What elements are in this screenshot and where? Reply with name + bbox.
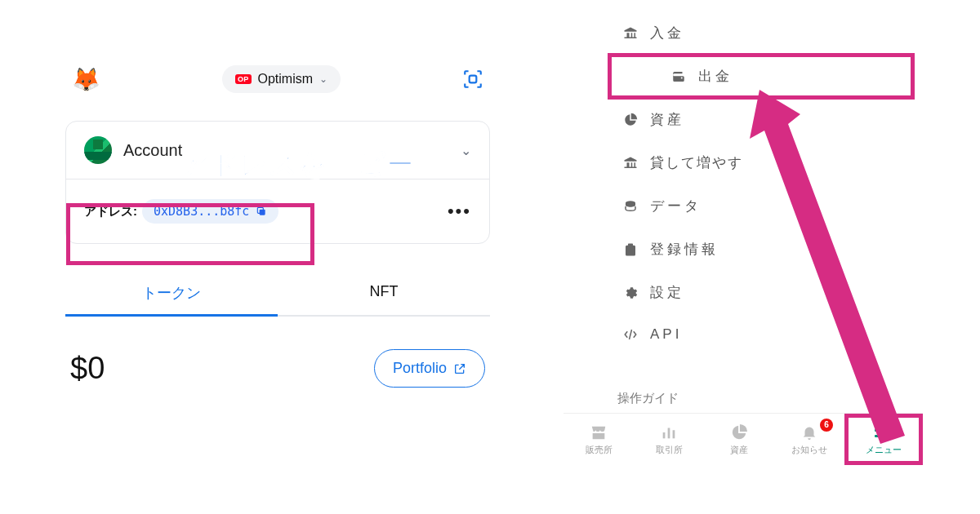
menu-item-wallet[interactable]: 出金 [608,53,915,100]
api-icon [622,326,639,343]
menu-icon [875,423,893,441]
nav-label: メニュー [866,444,902,456]
guide-section-label: 操作ガイド [564,391,923,411]
svg-rect-6 [668,428,670,438]
menu-item-gear[interactable]: 設定 [564,271,923,314]
nav-store[interactable]: 販売所 [564,414,634,465]
nav-label: お知らせ [791,444,827,456]
nav-label: 取引所 [656,444,683,456]
address-label: アドレス: [84,204,137,219]
wallet-tabs: トークン NFT [65,272,490,317]
chevron-down-icon: ⌄ [461,143,471,158]
store-icon [590,423,608,441]
wallet-icon [670,69,687,85]
menu-list: 入金出金資産貸して増やすデータ登録情報設定API [564,0,923,355]
metamask-panel: 🦊 OP Optimism ⌄ Account ⌄ アドレス: 0xD8B3..… [65,65,490,388]
nav-label: 資産 [730,444,748,456]
nav-bell[interactable]: 6お知らせ [774,414,844,465]
chart-icon [660,423,678,441]
svg-rect-5 [663,432,666,438]
bank-icon [622,155,639,171]
clipboard-icon [622,241,639,258]
nav-menu[interactable]: メニュー [844,414,923,465]
address-value: 0xD8B3...b8fc [154,204,249,219]
menu-item-label: 貸して増やす [622,153,743,172]
bank-icon [622,25,639,42]
tab-tokens[interactable]: トークン [65,272,278,317]
chevron-down-icon: ⌄ [319,73,327,85]
scan-icon[interactable] [462,69,483,90]
nav-pie[interactable]: 資産 [704,414,774,465]
menu-item-bank[interactable]: 貸して増やす [564,141,923,184]
svg-rect-1 [260,210,265,215]
address-row: アドレス: 0xD8B3...b8fc ••• [66,179,489,243]
metamask-fox-icon: 🦊 [72,66,100,93]
balance-value: $0 [70,351,105,386]
exchange-panel: 入金出金資産貸して増やすデータ登録情報設定API 操作ガイド 販売所取引所資産6… [564,0,923,514]
portfolio-button[interactable]: Portfolio [374,349,485,388]
menu-item-clipboard[interactable]: 登録情報 [564,228,923,271]
pie-icon [730,423,748,441]
pie-icon [622,112,639,128]
network-selector[interactable]: OP Optimism ⌄ [222,65,341,93]
menu-item-bank[interactable]: 入金 [564,11,923,55]
external-link-icon [453,362,466,375]
optimism-badge-icon: OP [235,74,252,84]
notification-badge: 6 [820,419,833,432]
tab-nft[interactable]: NFT [278,272,490,315]
svg-rect-0 [470,76,477,83]
portfolio-label: Portfolio [393,360,447,377]
balance-row: $0 Portfolio [65,349,490,388]
svg-point-3 [681,77,683,78]
gear-icon [622,285,639,301]
address-chip[interactable]: 0xD8B3...b8fc [142,199,278,224]
menu-item-pie[interactable]: 資産 [564,98,923,141]
more-button[interactable]: ••• [448,201,471,222]
bell-icon [800,423,818,441]
account-name: Account [123,141,182,160]
bottom-nav: 販売所取引所資産6お知らせメニュー [564,413,923,465]
account-selector[interactable]: Account ⌄ [66,122,489,179]
account-card: Account ⌄ アドレス: 0xD8B3...b8fc ••• アドレスをコ… [65,121,490,244]
stack-icon [622,198,639,215]
svg-rect-7 [673,430,675,438]
network-name: Optimism [258,72,314,86]
copy-icon [256,206,267,217]
menu-item-stack[interactable]: データ [564,184,923,228]
metamask-header: 🦊 OP Optimism ⌄ [65,65,490,113]
nav-label: 販売所 [586,444,612,456]
nav-chart[interactable]: 取引所 [634,414,704,465]
menu-item-api[interactable]: API [564,314,923,355]
account-avatar-icon [84,136,112,164]
